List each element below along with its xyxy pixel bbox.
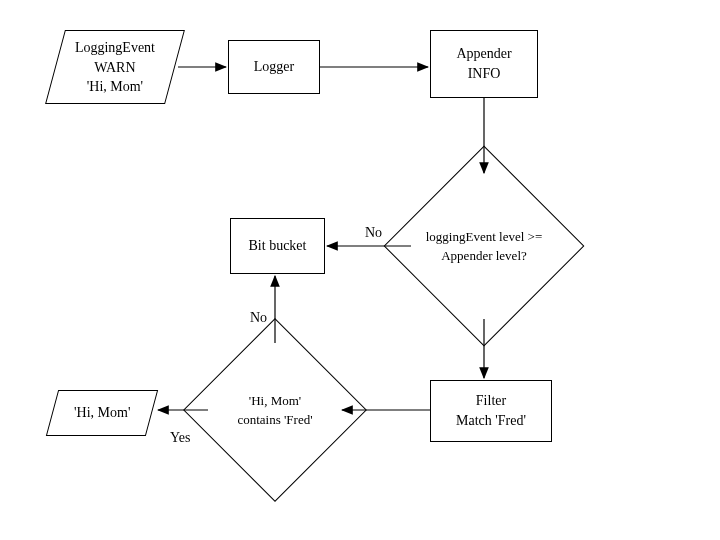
node-output: 'Hi, Mom' — [46, 390, 158, 436]
text-line: 'Hi, Mom' — [74, 403, 130, 423]
node-level-check: loggingEvent level >= Appender level? — [413, 175, 555, 317]
edge-label-no-1: No — [365, 225, 382, 241]
node-logging-event: LoggingEvent WARN 'Hi, Mom' — [45, 30, 185, 104]
node-logger: Logger — [228, 40, 320, 94]
edge-label-no-2: No — [250, 310, 267, 326]
text-line: WARN — [75, 57, 155, 77]
text-line: Filter — [476, 391, 506, 411]
node-appender: Appender INFO — [430, 30, 538, 98]
text-line: contains 'Fred' — [237, 410, 312, 430]
text-line: Appender level? — [426, 246, 542, 266]
text-line: INFO — [468, 64, 501, 84]
edge-label-yes: Yes — [170, 430, 190, 446]
text-line: Logger — [254, 57, 294, 77]
text-line: loggingEvent level >= — [426, 227, 542, 247]
text-line: Bit bucket — [249, 236, 307, 256]
text-line: Match 'Fred' — [456, 411, 526, 431]
text-line: 'Hi, Mom' — [75, 77, 155, 97]
node-contains-fred: 'Hi, Mom' contains 'Fred' — [210, 345, 340, 475]
node-bit-bucket: Bit bucket — [230, 218, 325, 274]
text-line: LoggingEvent — [75, 38, 155, 58]
text-line: 'Hi, Mom' — [237, 391, 312, 411]
node-filter: Filter Match 'Fred' — [430, 380, 552, 442]
text-line: Appender — [456, 44, 511, 64]
